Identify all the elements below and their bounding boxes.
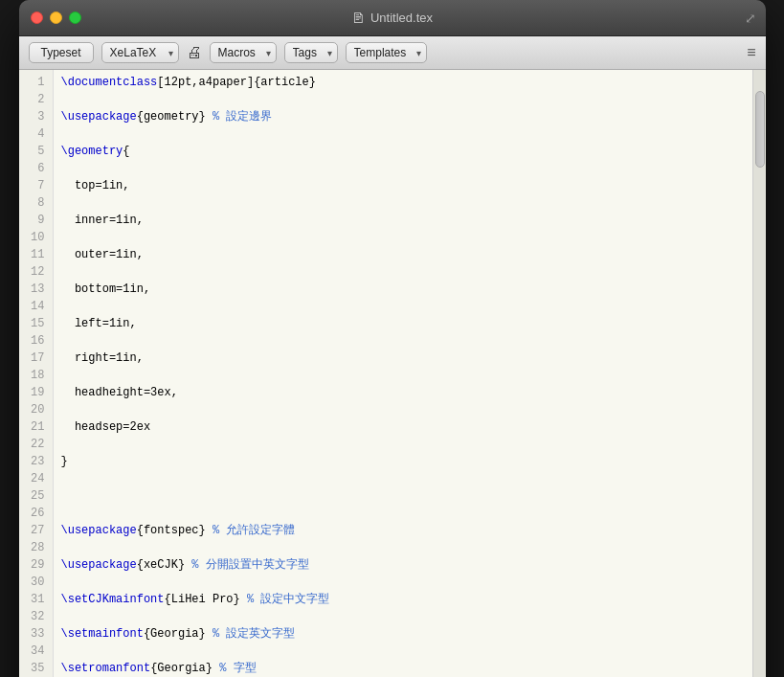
fullscreen-button[interactable]: ⤢ (745, 11, 756, 26)
code-line-14: \usepackage{fontspec} % 允許設定字體 (61, 522, 745, 539)
window-title: 🖹 Untitled.tex (351, 11, 433, 26)
code-line-18: \setromanfont{Georgia} % 字型 (61, 660, 745, 677)
code-editor[interactable]: \documentclass[12pt,a4paper]{article} \u… (54, 70, 752, 677)
tags-selector[interactable]: Tags (284, 42, 338, 63)
code-line-8: left=1in, (61, 315, 745, 332)
main-window: 🖹 Untitled.tex ⤢ Typeset XeLaTeX pdfLaTe… (19, 0, 766, 677)
typeset-button[interactable]: Typeset (29, 42, 94, 63)
engine-selector[interactable]: XeLaTeX pdfLaTeX LaTeX (101, 42, 179, 63)
tags-select[interactable]: Tags (284, 42, 338, 63)
templates-select[interactable]: Templates (346, 42, 427, 63)
print-icon[interactable]: 🖨 (187, 44, 202, 61)
traffic-lights (31, 11, 81, 24)
code-line-7: bottom=1in, (61, 281, 745, 298)
code-line-13 (61, 487, 745, 505)
code-line-4: top=1in, (61, 177, 745, 194)
macros-select[interactable]: Macros (210, 42, 277, 63)
engine-select[interactable]: XeLaTeX pdfLaTeX LaTeX (101, 42, 179, 63)
code-line-10: headheight=3ex, (61, 384, 745, 401)
editor-area: 1 2 3 4 5 6 7 8 9 10 11 12 13 14 15 16 1… (19, 70, 766, 677)
code-line-2: \usepackage{geometry} % 設定邊界 (61, 108, 745, 125)
code-line-11: headsep=2ex (61, 418, 745, 436)
line-numbers: 1 2 3 4 5 6 7 8 9 10 11 12 13 14 15 16 1… (19, 70, 54, 677)
code-line-6: outer=1in, (61, 246, 745, 263)
macros-selector[interactable]: Macros (210, 42, 277, 63)
code-line-1: \documentclass[12pt,a4paper]{article} (61, 74, 745, 91)
code-line-15: \usepackage{xeCJK} % 分開設置中英文字型 (61, 556, 745, 574)
titlebar: 🖹 Untitled.tex ⤢ (19, 0, 766, 36)
align-icon[interactable]: ≡ (747, 44, 755, 61)
code-line-5: inner=1in, (61, 212, 745, 229)
code-line-17: \setmainfont{Georgia} % 設定英文字型 (61, 625, 745, 643)
scrollbar-thumb[interactable] (755, 91, 765, 168)
code-line-3: \geometry{ (61, 143, 745, 160)
toolbar: Typeset XeLaTeX pdfLaTeX LaTeX 🖨 Macros … (19, 36, 766, 70)
code-line-16: \setCJKmainfont{LiHei Pro} % 設定中文字型 (61, 591, 745, 608)
maximize-button[interactable] (69, 11, 81, 24)
file-icon: 🖹 (351, 11, 365, 26)
scrollbar[interactable] (752, 70, 766, 677)
minimize-button[interactable] (50, 11, 62, 24)
code-line-9: right=1in, (61, 350, 745, 367)
templates-selector[interactable]: Templates (346, 42, 427, 63)
close-button[interactable] (31, 11, 43, 24)
code-line-12: } (61, 453, 745, 470)
